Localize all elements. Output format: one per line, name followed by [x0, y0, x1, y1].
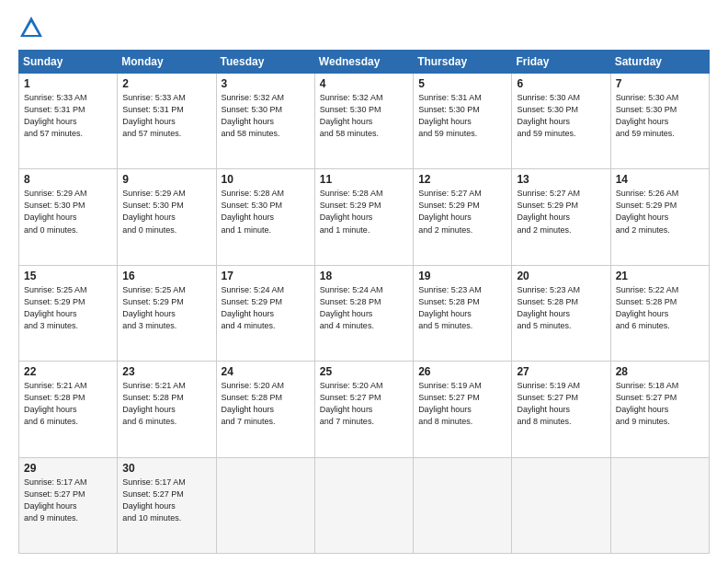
- calendar-page: Sunday Monday Tuesday Wednesday Thursday…: [0, 0, 728, 563]
- table-row: 24Sunrise: 5:20 AMSunset: 5:28 PMDayligh…: [216, 362, 314, 457]
- day-number: 13: [517, 173, 605, 186]
- day-info: Sunrise: 5:26 AMSunset: 5:29 PMDaylight …: [616, 188, 704, 236]
- day-info: Sunrise: 5:17 AMSunset: 5:27 PMDaylight …: [122, 477, 210, 524]
- table-row: 27Sunrise: 5:19 AMSunset: 5:27 PMDayligh…: [512, 362, 610, 457]
- day-number: 14: [616, 173, 704, 186]
- day-info: Sunrise: 5:23 AMSunset: 5:28 PMDaylight …: [517, 284, 605, 332]
- calendar-week-row: 29Sunrise: 5:17 AMSunset: 5:27 PMDayligh…: [19, 457, 710, 553]
- day-info: Sunrise: 5:23 AMSunset: 5:28 PMDaylight …: [418, 284, 506, 332]
- day-info: Sunrise: 5:18 AMSunset: 5:27 PMDaylight …: [616, 380, 704, 428]
- day-info: Sunrise: 5:19 AMSunset: 5:27 PMDaylight …: [517, 380, 605, 428]
- day-info: Sunrise: 5:28 AMSunset: 5:29 PMDaylight …: [320, 188, 408, 236]
- table-row: 26Sunrise: 5:19 AMSunset: 5:27 PMDayligh…: [414, 362, 512, 457]
- day-number: 18: [320, 270, 408, 282]
- logo: [18, 15, 48, 40]
- table-row: 13Sunrise: 5:27 AMSunset: 5:29 PMDayligh…: [512, 169, 610, 265]
- day-info: Sunrise: 5:17 AMSunset: 5:27 PMDaylight …: [24, 477, 112, 524]
- day-info: Sunrise: 5:21 AMSunset: 5:28 PMDaylight …: [24, 380, 112, 428]
- day-info: Sunrise: 5:29 AMSunset: 5:30 PMDaylight …: [122, 188, 210, 236]
- table-row: 14Sunrise: 5:26 AMSunset: 5:29 PMDayligh…: [610, 169, 709, 265]
- table-row: 10Sunrise: 5:28 AMSunset: 5:30 PMDayligh…: [216, 169, 314, 265]
- table-row: 16Sunrise: 5:25 AMSunset: 5:29 PMDayligh…: [118, 265, 216, 361]
- table-row: [314, 457, 413, 553]
- table-row: 22Sunrise: 5:21 AMSunset: 5:28 PMDayligh…: [19, 362, 118, 457]
- day-info: Sunrise: 5:27 AMSunset: 5:29 PMDaylight …: [418, 188, 506, 236]
- day-info: Sunrise: 5:30 AMSunset: 5:30 PMDaylight …: [517, 92, 605, 140]
- header-thursday: Thursday: [414, 51, 512, 74]
- day-info: Sunrise: 5:33 AMSunset: 5:31 PMDaylight …: [24, 92, 112, 140]
- day-number: 16: [122, 270, 210, 282]
- day-info: Sunrise: 5:33 AMSunset: 5:31 PMDaylight …: [122, 92, 210, 140]
- table-row: [512, 457, 610, 553]
- table-row: 19Sunrise: 5:23 AMSunset: 5:28 PMDayligh…: [414, 265, 512, 361]
- header: [18, 15, 710, 40]
- day-number: 15: [24, 270, 112, 282]
- day-number: 30: [122, 462, 210, 475]
- day-info: Sunrise: 5:27 AMSunset: 5:29 PMDaylight …: [517, 188, 605, 236]
- table-row: 21Sunrise: 5:22 AMSunset: 5:28 PMDayligh…: [610, 265, 709, 361]
- day-number: 10: [222, 173, 310, 186]
- table-row: [414, 457, 512, 553]
- day-number: 6: [517, 77, 605, 90]
- day-info: Sunrise: 5:32 AMSunset: 5:30 PMDaylight …: [222, 92, 310, 140]
- day-number: 8: [24, 173, 112, 186]
- table-row: 1Sunrise: 5:33 AMSunset: 5:31 PMDaylight…: [19, 74, 118, 169]
- table-row: 28Sunrise: 5:18 AMSunset: 5:27 PMDayligh…: [610, 362, 709, 457]
- header-sunday: Sunday: [19, 51, 118, 74]
- logo-icon: [18, 15, 44, 40]
- calendar-week-row: 8Sunrise: 5:29 AMSunset: 5:30 PMDaylight…: [19, 169, 710, 265]
- calendar-header-row: Sunday Monday Tuesday Wednesday Thursday…: [19, 51, 710, 74]
- table-row: 25Sunrise: 5:20 AMSunset: 5:27 PMDayligh…: [314, 362, 413, 457]
- day-number: 2: [122, 77, 210, 90]
- calendar-week-row: 1Sunrise: 5:33 AMSunset: 5:31 PMDaylight…: [19, 74, 710, 169]
- day-info: Sunrise: 5:24 AMSunset: 5:28 PMDaylight …: [320, 284, 408, 332]
- table-row: 7Sunrise: 5:30 AMSunset: 5:30 PMDaylight…: [610, 74, 709, 169]
- day-info: Sunrise: 5:21 AMSunset: 5:28 PMDaylight …: [122, 380, 210, 428]
- day-number: 25: [320, 365, 408, 378]
- table-row: 18Sunrise: 5:24 AMSunset: 5:28 PMDayligh…: [314, 265, 413, 361]
- day-info: Sunrise: 5:25 AMSunset: 5:29 PMDaylight …: [24, 284, 112, 332]
- day-info: Sunrise: 5:30 AMSunset: 5:30 PMDaylight …: [616, 92, 704, 140]
- header-wednesday: Wednesday: [314, 51, 413, 74]
- table-row: 4Sunrise: 5:32 AMSunset: 5:30 PMDaylight…: [314, 74, 413, 169]
- day-number: 17: [222, 270, 310, 282]
- day-number: 7: [616, 77, 704, 90]
- day-number: 22: [24, 365, 112, 378]
- day-number: 12: [418, 173, 506, 186]
- table-row: 5Sunrise: 5:31 AMSunset: 5:30 PMDaylight…: [414, 74, 512, 169]
- day-number: 28: [616, 365, 704, 378]
- header-monday: Monday: [118, 51, 216, 74]
- table-row: 3Sunrise: 5:32 AMSunset: 5:30 PMDaylight…: [216, 74, 314, 169]
- table-row: 29Sunrise: 5:17 AMSunset: 5:27 PMDayligh…: [19, 457, 118, 553]
- day-number: 11: [320, 173, 408, 186]
- day-info: Sunrise: 5:20 AMSunset: 5:28 PMDaylight …: [222, 380, 310, 428]
- day-number: 27: [517, 365, 605, 378]
- header-tuesday: Tuesday: [216, 51, 314, 74]
- day-info: Sunrise: 5:31 AMSunset: 5:30 PMDaylight …: [418, 92, 506, 140]
- header-friday: Friday: [512, 51, 610, 74]
- day-number: 21: [616, 270, 704, 282]
- calendar-table: Sunday Monday Tuesday Wednesday Thursday…: [18, 50, 710, 554]
- table-row: 20Sunrise: 5:23 AMSunset: 5:28 PMDayligh…: [512, 265, 610, 361]
- table-row: 2Sunrise: 5:33 AMSunset: 5:31 PMDaylight…: [118, 74, 216, 169]
- day-number: 24: [222, 365, 310, 378]
- header-saturday: Saturday: [610, 51, 709, 74]
- table-row: 6Sunrise: 5:30 AMSunset: 5:30 PMDaylight…: [512, 74, 610, 169]
- day-info: Sunrise: 5:32 AMSunset: 5:30 PMDaylight …: [320, 92, 408, 140]
- day-info: Sunrise: 5:19 AMSunset: 5:27 PMDaylight …: [418, 380, 506, 428]
- day-number: 29: [24, 462, 112, 475]
- table-row: 30Sunrise: 5:17 AMSunset: 5:27 PMDayligh…: [118, 457, 216, 553]
- day-number: 19: [418, 270, 506, 282]
- calendar-week-row: 15Sunrise: 5:25 AMSunset: 5:29 PMDayligh…: [19, 265, 710, 361]
- day-info: Sunrise: 5:20 AMSunset: 5:27 PMDaylight …: [320, 380, 408, 428]
- day-info: Sunrise: 5:24 AMSunset: 5:29 PMDaylight …: [222, 284, 310, 332]
- day-number: 4: [320, 77, 408, 90]
- table-row: 12Sunrise: 5:27 AMSunset: 5:29 PMDayligh…: [414, 169, 512, 265]
- day-number: 5: [418, 77, 506, 90]
- table-row: 17Sunrise: 5:24 AMSunset: 5:29 PMDayligh…: [216, 265, 314, 361]
- table-row: 9Sunrise: 5:29 AMSunset: 5:30 PMDaylight…: [118, 169, 216, 265]
- day-number: 1: [24, 77, 112, 90]
- calendar-week-row: 22Sunrise: 5:21 AMSunset: 5:28 PMDayligh…: [19, 362, 710, 457]
- table-row: [216, 457, 314, 553]
- day-info: Sunrise: 5:22 AMSunset: 5:28 PMDaylight …: [616, 284, 704, 332]
